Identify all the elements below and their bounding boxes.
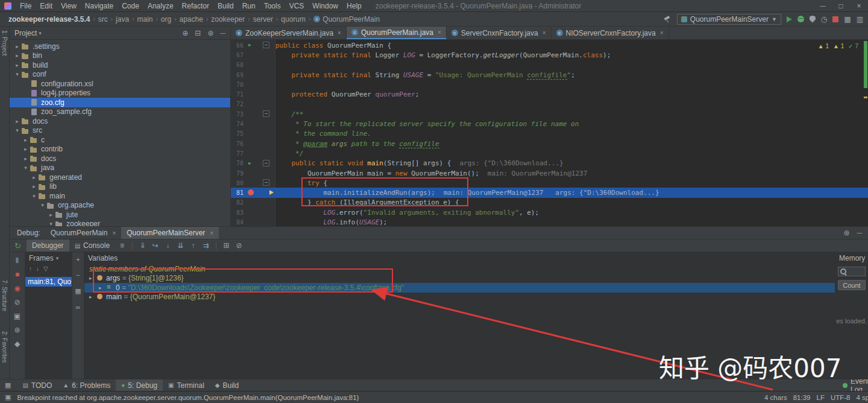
chevron-right-icon[interactable]: ▸ <box>89 275 96 281</box>
collapse-all-icon[interactable]: ⊟ <box>195 29 201 37</box>
line-number[interactable]: 81 <box>231 189 245 196</box>
line-number[interactable]: 72 <box>231 101 245 107</box>
step-out-icon[interactable]: ↑ <box>187 241 200 250</box>
line-number[interactable]: 77 <box>231 150 245 157</box>
tree-item-zoo-sample-cfg[interactable]: zoo_sample.cfg <box>10 107 230 117</box>
tree-item-configuration-xsl[interactable]: configuration.xsl <box>10 79 230 89</box>
chevron-right-icon[interactable]: ▸ <box>13 52 21 59</box>
layout-settings-icon[interactable]: ≡ <box>116 241 128 250</box>
chevron-down-icon[interactable]: ▾ <box>56 255 59 261</box>
inspection-warning-icon[interactable]: ▲ 1 <box>833 43 844 49</box>
hide-icon[interactable]: ─ <box>220 29 225 37</box>
close-button[interactable]: × <box>850 0 868 12</box>
close-icon[interactable]: × <box>210 230 213 236</box>
run-icon[interactable]: ▶ <box>248 42 251 48</box>
menu-window[interactable]: Window <box>308 0 342 12</box>
pause-icon[interactable]: Ⅱ <box>16 257 19 264</box>
fold-icon[interactable]: − <box>263 160 269 167</box>
breadcrumb-item-zookeeper-release-3-5-4[interactable]: zookeeper-release-3.5.4 <box>7 15 91 24</box>
tool-window-button-build[interactable]: ◆Build <box>210 379 244 391</box>
breadcrumb-item-quorumpeermain[interactable]: cQuorumPeerMain <box>312 15 381 24</box>
chevron-down-icon[interactable]: ▾ <box>39 30 42 36</box>
chevron-right-icon[interactable]: ▸ <box>13 62 21 68</box>
scrollbar-marker[interactable] <box>864 41 867 88</box>
tool-window-button-6-problems[interactable]: ▲6: Problems <box>57 379 116 391</box>
view-breakpoints-icon[interactable]: ⊞ <box>220 241 233 250</box>
line-number[interactable]: 82 <box>231 199 245 206</box>
coverage-button[interactable] <box>810 16 816 23</box>
status-widget-lf[interactable]: LF <box>817 394 825 401</box>
chevron-right-icon[interactable]: ▸ <box>22 146 30 152</box>
chevron-right-icon[interactable]: ▸ <box>22 156 30 162</box>
chevron-down-icon[interactable]: ▾ <box>39 202 46 208</box>
force-step-into-icon[interactable]: ⇊ <box>174 241 187 250</box>
event-log-button[interactable]: Event Log <box>843 379 868 391</box>
menu-vcs[interactable]: VCS <box>285 0 309 12</box>
tool-windows-icon[interactable]: ▦ <box>5 381 11 389</box>
minimize-button[interactable]: ─ <box>814 0 832 12</box>
tool-window-button-5-debug[interactable]: ●5: Debug <box>116 379 163 391</box>
variable-row[interactable]: static members of QuorumPeerMain <box>84 264 835 274</box>
fold-icon[interactable]: − <box>263 110 269 117</box>
breadcrumb-item-src[interactable]: src <box>97 15 109 24</box>
settings-icon[interactable]: ⊛ <box>843 229 849 237</box>
line-number[interactable]: 66 <box>231 42 245 49</box>
editor-tab-servercnxnfactory-java[interactable]: cServerCnxnFactory.java× <box>447 27 552 39</box>
menu-refactor[interactable]: Refactor <box>178 0 213 12</box>
menu-view[interactable]: View <box>57 0 81 12</box>
chevron-right-icon[interactable]: ▸ <box>13 43 21 49</box>
chevron-right-icon[interactable]: ▸ <box>22 137 30 143</box>
tree-item-build[interactable]: ▸build <box>10 60 230 70</box>
chevron-right-icon[interactable]: ▸ <box>99 285 106 291</box>
debug-button[interactable] <box>797 16 804 22</box>
tool-window-button-todo[interactable]: ▤TODO <box>17 379 57 391</box>
menu-file[interactable]: File <box>16 0 36 12</box>
code-area[interactable]: 66▶−public class QuorumPeerMain {67 priv… <box>231 40 868 226</box>
tree-item-generated[interactable]: ▸generated <box>10 173 230 182</box>
line-number[interactable]: 68 <box>231 62 245 68</box>
line-number[interactable]: 70 <box>231 81 245 88</box>
line-number[interactable]: 84 <box>231 219 245 226</box>
tree-item-main[interactable]: ▾main <box>10 191 230 201</box>
tree-item-settings[interactable]: ▸.settings <box>10 42 230 51</box>
menu-edit[interactable]: Edit <box>36 0 57 12</box>
settings-icon[interactable]: ⊛ <box>207 29 213 37</box>
breadcrumb-item-zookeeper[interactable]: zookeeper <box>210 15 246 24</box>
memory-count-button[interactable]: Count <box>838 280 866 290</box>
locate-icon[interactable]: ⊕ <box>182 29 188 37</box>
tree-item-conf[interactable]: ▾conf <box>10 70 230 80</box>
mute-breakpoints-icon[interactable]: ⊘ <box>233 241 245 250</box>
tree-item-log4j-properties[interactable]: log4j.properties <box>10 89 230 98</box>
tree-item-zookeeper[interactable]: ▾zookeeper <box>10 220 230 227</box>
line-number[interactable]: 67 <box>231 52 245 59</box>
line-number[interactable]: 80 <box>231 180 245 186</box>
inspection-ok-icon[interactable]: ✓ 7 <box>848 43 858 49</box>
breadcrumb-item-apache[interactable]: apache <box>178 15 204 24</box>
hide-icon[interactable]: ─ <box>857 229 862 237</box>
view-breakpoints-icon[interactable]: ◉ <box>14 285 20 292</box>
memory-search-input[interactable] <box>838 267 866 276</box>
fold-icon[interactable]: − <box>263 42 269 48</box>
menu-run[interactable]: Run <box>238 0 260 12</box>
run-config-select[interactable]: QuorumPeerMainServer ▼ <box>677 14 781 25</box>
menu-build[interactable]: Build <box>213 0 238 12</box>
line-number[interactable]: 74 <box>231 121 245 127</box>
chevron-right-icon[interactable]: ▸ <box>30 174 38 180</box>
tree-item-jute[interactable]: ▸jute <box>10 210 230 220</box>
line-number[interactable]: 71 <box>231 91 245 98</box>
debugger-tab-debugger[interactable]: Debugger <box>27 240 69 252</box>
chevron-right-icon[interactable]: ▸ <box>30 183 38 189</box>
line-number[interactable]: 78 <box>231 160 245 167</box>
run-button[interactable] <box>787 16 792 22</box>
menu-code[interactable]: Code <box>118 0 143 12</box>
frame-item[interactable]: main:81, Quo <box>25 277 72 287</box>
breadcrumb-item-java[interactable]: java <box>115 15 130 24</box>
status-widget-utf-8[interactable]: UTF-8 <box>831 394 851 401</box>
editor-tab-nioservercnxnfactory-java[interactable]: cNIOServerCnxnFactory.java× <box>552 27 669 39</box>
line-number[interactable]: 76 <box>231 141 245 147</box>
debugger-tab-console[interactable]: ▤Console <box>69 240 115 252</box>
debug-tab-quorumpeermain[interactable]: QuorumPeerMain× <box>45 227 122 239</box>
tool-button-project[interactable]: 1: Project <box>1 30 8 56</box>
editor-tab-quorumpeermain-java[interactable]: cQuorumPeerMain.java× <box>347 27 447 39</box>
close-icon[interactable]: × <box>338 30 341 36</box>
